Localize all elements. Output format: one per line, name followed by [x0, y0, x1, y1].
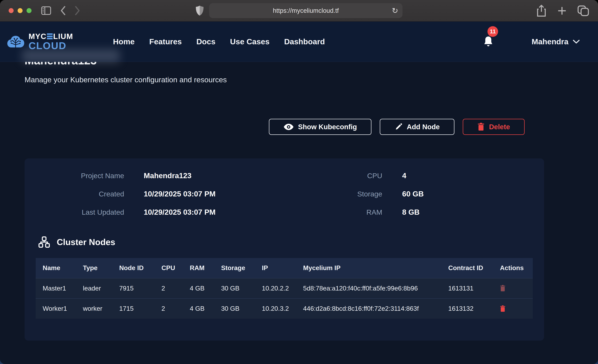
url-text: https://myceliumcloud.tf	[273, 7, 339, 14]
user-name: Mahendra	[532, 37, 568, 46]
sidebar-toggle-icon[interactable]	[41, 6, 51, 15]
cell-node-id: 7915	[114, 278, 157, 299]
logo-wordmark: MYCLIUM CLOUD	[29, 33, 73, 51]
cell-contract-id: 1613132	[443, 298, 495, 319]
page-subtitle: Manage your Kubernetes cluster configura…	[25, 75, 227, 84]
mycelium-cloud-logo[interactable]: MYCLIUM CLOUD	[7, 33, 73, 51]
back-button[interactable]	[60, 6, 66, 16]
cell-ram: 4 GB	[185, 278, 216, 299]
cell-contract-id: 1613131	[443, 278, 495, 299]
window-controls	[9, 8, 32, 13]
nav-item-dashboard[interactable]: Dashboard	[284, 37, 325, 46]
cell-actions	[495, 278, 533, 299]
cell-type: leader	[78, 278, 114, 299]
table-body: Master1leader791524 GB30 GB10.20.2.25d8:…	[36, 278, 533, 319]
column-header: Name	[36, 258, 78, 278]
share-icon[interactable]	[536, 4, 547, 17]
reload-icon[interactable]: ↻	[392, 6, 398, 15]
cell-node-id: 1715	[114, 298, 157, 319]
pencil-icon	[395, 123, 402, 131]
cell-actions	[495, 298, 533, 319]
cell-name: Worker1	[36, 298, 78, 319]
delete-node-button[interactable]	[500, 285, 506, 292]
cell-mycelium-ip: 446:d2a6:8bcd:8c16:ff0f:72e2:3114:863f	[298, 298, 443, 319]
cluster-actions: Show Kubeconfig Add Node Delete	[0, 119, 598, 135]
bell-icon	[483, 36, 493, 48]
chevron-down-icon	[573, 39, 580, 44]
detail-ram: RAM 8 GB	[283, 208, 542, 216]
cell-cpu: 2	[157, 278, 185, 299]
column-header: RAM	[185, 258, 216, 278]
add-node-button[interactable]: Add Node	[380, 119, 454, 135]
notification-badge: 11	[488, 26, 498, 37]
logo-e-glyph	[47, 33, 53, 39]
new-tab-icon[interactable]	[557, 6, 567, 16]
nav-item-home[interactable]: Home	[113, 37, 135, 46]
cell-cpu: 2	[157, 298, 185, 319]
column-header: Node ID	[114, 258, 157, 278]
show-kubeconfig-button[interactable]: Show Kubeconfig	[269, 119, 372, 135]
cell-storage: 30 GB	[216, 278, 257, 299]
network-nodes-icon	[38, 236, 50, 248]
detail-created: Created 10/29/2025 03:07 PM	[25, 190, 283, 198]
cell-ip: 10.20.3.2	[257, 298, 298, 319]
column-header: Contract ID	[443, 258, 495, 278]
node-table-row: Master1leader791524 GB30 GB10.20.2.25d8:…	[36, 278, 533, 299]
main-nav: Home Features Docs Use Cases Dashboard	[113, 37, 325, 46]
table-header-row: NameTypeNode IDCPURAMStorageIPMycelium I…	[36, 258, 533, 278]
node-table-row: Worker1worker171524 GB30 GB10.20.3.2446:…	[36, 298, 533, 319]
cell-mycelium-ip: 5d8:78ea:a120:f40c:ff0f:a5fe:99e6:8b96	[298, 278, 443, 299]
detail-storage: Storage 60 GB	[283, 190, 542, 198]
nav-item-docs[interactable]: Docs	[196, 37, 216, 46]
browser-toolbar: https://myceliumcloud.tf ↻	[0, 0, 598, 22]
detail-cpu: CPU 4	[283, 171, 542, 180]
table-head: NameTypeNode IDCPURAMStorageIPMycelium I…	[36, 258, 533, 278]
cluster-details-panel: Project Name Mahendra123 Created 10/29/2…	[25, 158, 544, 341]
cloud-logo-icon	[7, 34, 25, 49]
cluster-table: NameTypeNode IDCPURAMStorageIPMycelium I…	[36, 258, 533, 319]
cell-ram: 4 GB	[185, 298, 216, 319]
project-details: Project Name Mahendra123 Created 10/29/2…	[25, 171, 544, 216]
detail-project-name: Project Name Mahendra123	[25, 171, 283, 180]
eye-icon	[283, 123, 294, 131]
minimize-window-button[interactable]	[17, 8, 23, 13]
close-window-button[interactable]	[9, 8, 14, 13]
trash-icon	[477, 123, 485, 131]
delete-cluster-button[interactable]: Delete	[463, 119, 525, 135]
column-header: IP	[257, 258, 298, 278]
notifications-button[interactable]: 11	[483, 36, 493, 48]
column-header: Type	[78, 258, 114, 278]
cell-name: Master1	[36, 278, 78, 299]
cell-storage: 30 GB	[216, 298, 257, 319]
nav-item-features[interactable]: Features	[149, 37, 182, 46]
cell-ip: 10.20.2.2	[257, 278, 298, 299]
user-menu[interactable]: Mahendra	[532, 37, 580, 46]
delete-node-button[interactable]	[500, 305, 506, 312]
cell-type: worker	[78, 298, 114, 319]
zoom-window-button[interactable]	[26, 8, 32, 13]
cluster-nodes-heading: Cluster Nodes	[38, 236, 115, 248]
nav-item-use-cases[interactable]: Use Cases	[230, 37, 270, 46]
column-header: Mycelium IP	[298, 258, 443, 278]
column-header: CPU	[157, 258, 185, 278]
browser-window: https://myceliumcloud.tf ↻ Mahendra123 M…	[0, 0, 598, 364]
column-header: Storage	[216, 258, 257, 278]
forward-button[interactable]	[74, 6, 81, 16]
privacy-shield-icon[interactable]	[195, 5, 204, 16]
address-bar[interactable]: https://myceliumcloud.tf ↻	[209, 3, 402, 18]
tab-overview-icon[interactable]	[577, 5, 589, 17]
privacy-blur-overlay	[22, 49, 120, 63]
column-header: Actions	[495, 258, 533, 278]
detail-last-updated: Last Updated 10/29/2025 03:07 PM	[25, 208, 283, 216]
